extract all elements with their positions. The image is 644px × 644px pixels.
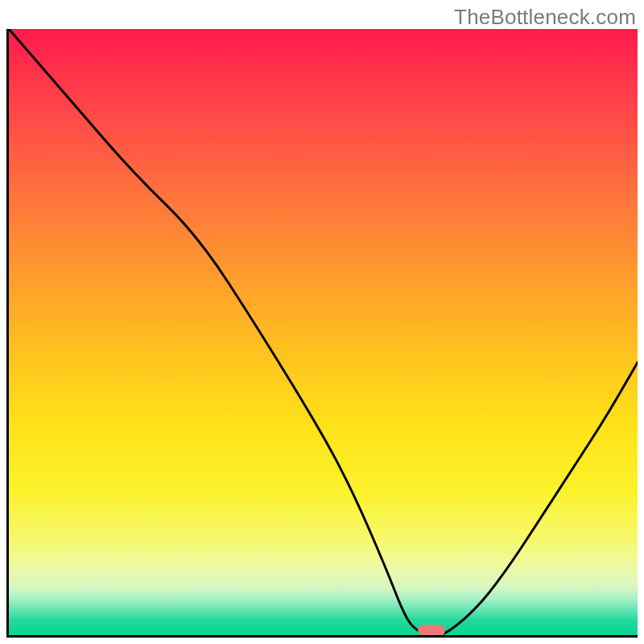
watermark-text: TheBottleneck.com bbox=[454, 5, 636, 30]
chart-frame: TheBottleneck.com bbox=[0, 0, 644, 644]
bottleneck-curve bbox=[9, 29, 638, 635]
plot-area bbox=[6, 29, 638, 638]
optimal-marker bbox=[418, 625, 445, 636]
